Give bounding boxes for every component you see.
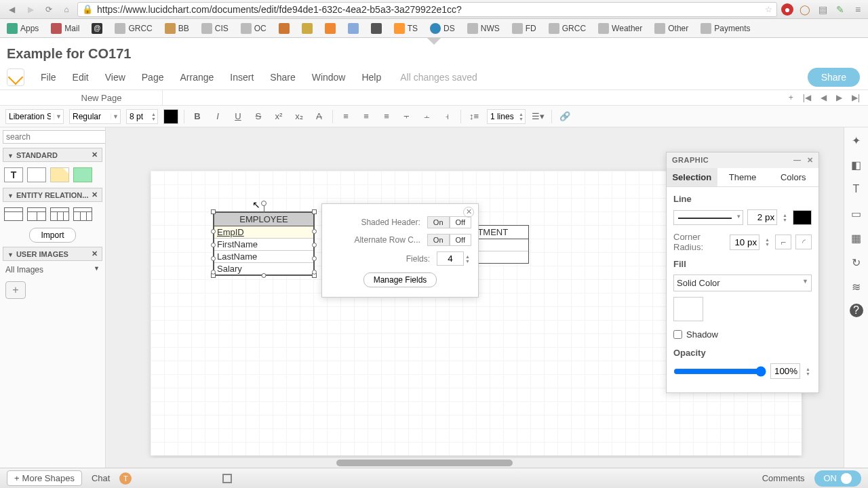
connect-handle[interactable] bbox=[211, 270, 216, 274]
bookmark[interactable] bbox=[345, 22, 361, 35]
hotspot-shape-icon[interactable] bbox=[73, 167, 92, 182]
bookmark[interactable]: Apps bbox=[4, 22, 41, 35]
entity-field[interactable]: FirstName bbox=[214, 239, 313, 251]
entity-field[interactable]: LastName bbox=[214, 251, 313, 263]
bookmark[interactable]: GRCC bbox=[546, 22, 589, 35]
close-icon[interactable]: ✕ bbox=[92, 150, 98, 159]
tab-colors[interactable]: Colors bbox=[768, 168, 818, 186]
manage-fields-button[interactable]: Manage Fields bbox=[363, 272, 437, 287]
corner-sharp-icon[interactable]: ⌐ bbox=[775, 235, 791, 249]
style-icon[interactable]: ◧ bbox=[849, 157, 864, 172]
more-shapes-button[interactable]: +More Shapes bbox=[7, 470, 82, 486]
ext-icon-2[interactable]: ◯ bbox=[799, 3, 811, 16]
bookmark[interactable]: BB bbox=[162, 22, 192, 35]
bookmark[interactable] bbox=[276, 22, 292, 35]
nav-forward-icon[interactable]: ▶ bbox=[23, 3, 38, 16]
superscript-button[interactable]: x² bbox=[271, 109, 286, 124]
panel-standard-header[interactable]: ▼STANDARD✕ bbox=[3, 148, 102, 162]
last-page-icon[interactable]: ▶| bbox=[849, 93, 863, 102]
italic-button[interactable]: I bbox=[210, 109, 225, 124]
menu-page[interactable]: Page bbox=[135, 69, 171, 85]
connect-handle[interactable] bbox=[211, 229, 216, 234]
align-right-icon[interactable]: ≡ bbox=[379, 109, 394, 124]
strike-button[interactable]: S bbox=[251, 109, 266, 124]
menu-edit[interactable]: Edit bbox=[66, 69, 96, 85]
bookmark[interactable]: CIS bbox=[199, 22, 231, 35]
next-page-icon[interactable]: ▶ bbox=[833, 93, 845, 102]
note-shape-icon[interactable] bbox=[50, 167, 69, 182]
fields-count-input[interactable] bbox=[437, 251, 464, 266]
canvas[interactable]: ↖ EMPLOYEE EmpID FirstName LastName Sala… bbox=[106, 127, 844, 468]
bookmark[interactable]: Mail bbox=[48, 22, 82, 35]
comments-toggle[interactable]: ON bbox=[814, 470, 862, 487]
link-icon[interactable]: 🔗 bbox=[557, 109, 572, 124]
bookmark[interactable]: Payments bbox=[698, 22, 753, 35]
page-tab[interactable]: New Page bbox=[41, 90, 163, 105]
bookmark[interactable]: GRCC bbox=[112, 22, 155, 35]
subscript-button[interactable]: x₂ bbox=[292, 109, 307, 124]
font-weight-select[interactable]: ▼ bbox=[69, 109, 121, 124]
rect-shape-icon[interactable] bbox=[27, 167, 46, 182]
connect-handle[interactable] bbox=[312, 256, 317, 261]
fill-type-select[interactable]: Solid Color▼ bbox=[673, 274, 812, 291]
valign-top-icon[interactable]: ⫟ bbox=[399, 109, 414, 124]
bookmark[interactable]: TS bbox=[391, 22, 420, 35]
er-shape-4-icon[interactable] bbox=[73, 207, 92, 221]
shadow-checkbox[interactable] bbox=[673, 330, 682, 339]
valign-bottom-icon[interactable]: ⫞ bbox=[440, 109, 455, 124]
url-bar[interactable]: 🔒 ☆ bbox=[77, 2, 777, 17]
bold-button[interactable]: B bbox=[190, 109, 205, 124]
snap-icon[interactable]: ✦ bbox=[849, 133, 864, 148]
panel-userimg-header[interactable]: ▼USER IMAGES✕ bbox=[3, 247, 102, 261]
corner-radius-input[interactable] bbox=[730, 235, 760, 250]
bookmark[interactable]: FD bbox=[509, 22, 539, 35]
ext-icon-1[interactable]: ● bbox=[781, 3, 793, 16]
entity-field[interactable]: EmpID bbox=[214, 226, 313, 239]
align-icon[interactable]: ▦ bbox=[849, 230, 864, 245]
font-size-input[interactable]: ▲▼ bbox=[126, 109, 158, 124]
text-shape-icon[interactable]: T bbox=[4, 167, 23, 182]
page-icon[interactable]: ▭ bbox=[849, 206, 864, 221]
close-icon[interactable]: ✕ bbox=[92, 249, 98, 258]
bookmark[interactable]: Other bbox=[652, 22, 691, 35]
tab-selection[interactable]: Selection bbox=[667, 168, 717, 186]
home-icon[interactable]: ⌂ bbox=[60, 5, 73, 14]
entity-header[interactable]: EMPLOYEE bbox=[214, 213, 313, 226]
rotate-handle[interactable] bbox=[261, 201, 267, 206]
panel-er-header[interactable]: ▼ENTITY RELATION...✕ bbox=[3, 188, 102, 202]
menu-help[interactable]: Help bbox=[355, 69, 388, 85]
document-title[interactable]: Example for CO171 bbox=[7, 46, 131, 61]
text-color-swatch[interactable] bbox=[163, 109, 178, 124]
bookmark[interactable] bbox=[322, 22, 338, 35]
text-tool-icon[interactable]: T bbox=[849, 182, 864, 197]
close-icon[interactable]: ✕ bbox=[463, 207, 474, 218]
bookmark[interactable]: Weather bbox=[595, 22, 645, 35]
url-input[interactable] bbox=[97, 4, 761, 15]
close-icon[interactable]: ✕ bbox=[92, 190, 98, 199]
ext-icon-3[interactable]: ▤ bbox=[816, 3, 829, 16]
connect-handle[interactable] bbox=[211, 243, 216, 247]
list-button[interactable]: ☰▾ bbox=[531, 109, 546, 124]
er-shape-3-icon[interactable] bbox=[50, 207, 69, 221]
layers-icon[interactable]: ≋ bbox=[849, 279, 864, 294]
add-image-button[interactable]: + bbox=[5, 281, 26, 299]
ext-icon-4[interactable]: ✎ bbox=[834, 3, 846, 16]
connect-handle[interactable] bbox=[211, 256, 216, 261]
line-color-swatch[interactable] bbox=[793, 210, 812, 225]
bookmark[interactable]: OC bbox=[238, 22, 269, 35]
all-images-select[interactable]: All Images▼ bbox=[0, 262, 105, 277]
menu-share[interactable]: Share bbox=[263, 69, 302, 85]
app-logo-icon[interactable] bbox=[7, 68, 24, 86]
fill-color-swatch[interactable] bbox=[673, 297, 703, 321]
corner-round-icon[interactable]: ◜ bbox=[795, 235, 812, 249]
menu-window[interactable]: Window bbox=[305, 69, 353, 85]
align-center-icon[interactable]: ≡ bbox=[359, 109, 374, 124]
bookmark[interactable]: DS bbox=[427, 22, 458, 35]
history-icon[interactable]: ↻ bbox=[849, 255, 864, 270]
resize-handle[interactable] bbox=[211, 209, 216, 214]
bookmark[interactable]: @ bbox=[89, 22, 105, 35]
nav-back-icon[interactable]: ◀ bbox=[4, 3, 19, 16]
menu-view[interactable]: View bbox=[98, 69, 132, 85]
help-icon[interactable]: ? bbox=[850, 304, 863, 317]
er-shape-2-icon[interactable] bbox=[27, 207, 46, 221]
